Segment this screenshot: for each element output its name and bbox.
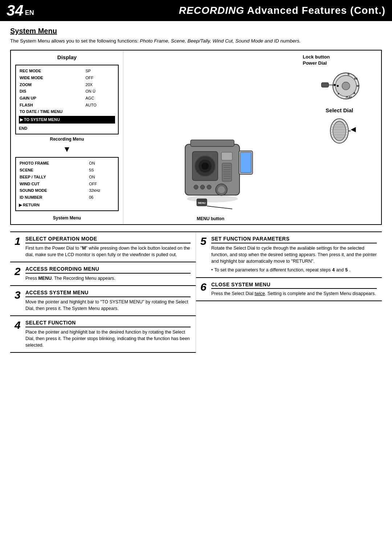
- svg-point-34: [342, 82, 350, 90]
- step-4: 4 SELECT FUNCTION Place the pointer and …: [10, 316, 196, 353]
- page-header: 34 EN RECORDING Advanced Features (Cont.…: [0, 0, 392, 21]
- svg-rect-1: [191, 140, 234, 146]
- select-dial-section: Select Dial: [303, 107, 376, 144]
- system-menu-label: System Menu: [15, 215, 119, 221]
- steps-left-column: 1 SELECT OPERATION MODE First turn the P…: [10, 232, 196, 353]
- svg-text:A: A: [354, 92, 356, 95]
- system-menu-box: PHOTO FRAMEON SCENE5S BEEP / TALLYON WIN…: [15, 157, 119, 211]
- step-2-content: ACCESS RECORDING MENU Press MENU. The Re…: [25, 266, 191, 282]
- svg-text:PLAY: PLAY: [346, 96, 352, 98]
- recording-menu-box: REC MODESP WIDE MODEOFF ZOOM20X DISON Ǔ …: [15, 65, 119, 134]
- step-6: 6 CLOSE SYSTEM MENU Press the Select Dia…: [196, 278, 382, 302]
- step-1-title: SELECT OPERATION MODE: [25, 236, 191, 243]
- display-label: Display: [15, 54, 119, 60]
- step-6-title: CLOSE SYSTEM MENU: [211, 282, 377, 289]
- step-2: 2 ACCESS RECORDING MENU Press MENU. The …: [10, 262, 196, 286]
- select-dial-svg: [321, 115, 358, 144]
- step-3: 3 ACCESS SYSTEM MENU Move the pointer an…: [10, 286, 196, 316]
- svg-rect-8: [240, 152, 251, 173]
- recording-menu-label: Recording Menu: [15, 137, 119, 142]
- page-number: 34: [7, 2, 24, 19]
- step-5-number: 5: [200, 236, 208, 247]
- diagram-box: Display REC MODESP WIDE MODEOFF ZOOM20X …: [10, 50, 382, 225]
- diagram-right: Lock button Power Dial S 5S M A PLAY P: [298, 51, 381, 224]
- svg-rect-35: [322, 83, 329, 88]
- power-dial-label: Power Dial: [303, 60, 327, 66]
- svg-point-25: [187, 195, 238, 202]
- step-3-number: 3: [15, 290, 23, 300]
- step-6-body: Press the Select Dial twice. Setting is …: [211, 290, 377, 297]
- diagram-center: MENU MENU button: [123, 51, 298, 224]
- arrow-down: ▼: [15, 145, 119, 153]
- diagram-left: Display REC MODESP WIDE MODEOFF ZOOM20X …: [11, 51, 123, 224]
- svg-text:P: P: [338, 92, 340, 96]
- menu-button-label: MENU button: [197, 216, 224, 221]
- svg-point-38: [337, 85, 339, 87]
- svg-point-19: [207, 185, 211, 189]
- step-3-body: Move the pointer and highlight bar to "T…: [25, 299, 191, 312]
- page-title: RECORDING Advanced Features (Cont.): [179, 5, 385, 16]
- step-5: 5 SET FUNCTION PARAMETERS Rotate the Sel…: [196, 232, 382, 278]
- step-4-content: SELECT FUNCTION Place the pointer and hi…: [25, 320, 191, 348]
- power-dial-svg: S 5S M A PLAY P: [318, 68, 361, 101]
- step-2-title: ACCESS RECORDING MENU: [25, 266, 191, 274]
- select-dial-label: Select Dial: [303, 107, 376, 113]
- step-5-content: SET FUNCTION PARAMETERS Rotate the Selec…: [211, 236, 377, 273]
- page-content: System Menu The System Menu allows you t…: [0, 21, 392, 359]
- page-suffix: EN: [25, 9, 34, 17]
- step-4-number: 4: [15, 320, 23, 331]
- svg-text:S: S: [348, 73, 350, 76]
- menu-end: END: [19, 125, 115, 132]
- svg-point-18: [200, 185, 205, 189]
- step-5-body: Rotate the Select Dial to cycle through …: [211, 245, 377, 265]
- lock-power-dial-section: Lock button Power Dial S 5S M A PLAY P: [303, 54, 376, 101]
- svg-marker-47: [351, 127, 356, 132]
- svg-text:M: M: [357, 84, 359, 88]
- svg-point-21: [218, 186, 225, 193]
- step-1-number: 1: [15, 236, 23, 247]
- step-4-title: SELECT FUNCTION: [25, 320, 191, 327]
- svg-line-24: [207, 206, 232, 209]
- steps-container: 1 SELECT OPERATION MODE First turn the P…: [10, 231, 382, 353]
- step-2-body: Press MENU. The Recording Menu appears.: [25, 275, 191, 282]
- steps-right-column: 5 SET FUNCTION PARAMETERS Rotate the Sel…: [196, 232, 382, 353]
- lock-button-label: Lock button: [303, 54, 330, 60]
- step-1-body: First turn the Power Dial to "M" while p…: [25, 245, 191, 258]
- intro-text: The System Menu allows you to set the fo…: [10, 37, 382, 45]
- svg-text:5S: 5S: [354, 77, 358, 80]
- step-1-content: SELECT OPERATION MODE First turn the Pow…: [25, 236, 191, 258]
- svg-point-17: [194, 185, 198, 189]
- step-6-number: 6: [200, 282, 208, 292]
- step-3-content: ACCESS SYSTEM MENU Move the pointer and …: [25, 290, 191, 312]
- step-4-body: Place the pointer and highlighlt bar to …: [25, 329, 191, 348]
- camera-illustration: MENU: [163, 126, 258, 213]
- menu-highlight: ▶ TO SYSTEM MENU: [19, 116, 115, 124]
- step-5-bullet: To set the parameters for a different fu…: [211, 267, 377, 273]
- svg-point-40: [333, 121, 346, 141]
- step-6-content: CLOSE SYSTEM MENU Press the Select Dial …: [211, 282, 377, 297]
- svg-point-5: [201, 162, 209, 170]
- step-3-title: ACCESS SYSTEM MENU: [25, 290, 191, 297]
- svg-rect-6: [221, 152, 232, 160]
- step-2-number: 2: [15, 266, 23, 277]
- step-1: 1 SELECT OPERATION MODE First turn the P…: [10, 232, 196, 262]
- step-5-title: SET FUNCTION PARAMETERS: [211, 236, 377, 243]
- section-title: System Menu: [10, 27, 382, 35]
- return-link: RETURN: [19, 202, 115, 209]
